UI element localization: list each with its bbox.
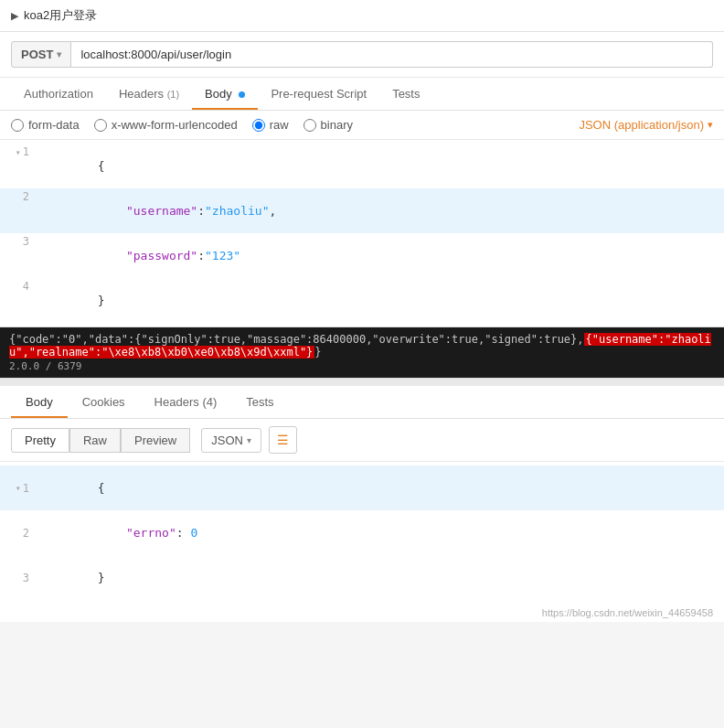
collapse-arrow-icon[interactable]: ▶ [11, 10, 18, 22]
line-number-2: 2 [0, 188, 37, 205]
line-content-1: { [37, 144, 724, 188]
title-bar: ▶ koa2用户登录 [0, 0, 724, 32]
terminal-output: {"code":"0","data":{"signOnly":true,"mas… [0, 327, 724, 378]
code-line-2: 2 "username":"zhaoliu", [0, 188, 724, 233]
watermark-text: https://blog.csdn.net/weixin_44659458 [0, 604, 724, 622]
json-type-label: JSON (application/json) [579, 118, 704, 132]
resp-tab-body[interactable]: Body [11, 386, 68, 418]
body-dot-indicator [239, 91, 245, 98]
request-panel: POST ▾ Authorization Headers (1) Body Pr… [0, 32, 724, 379]
line-number-4: 4 [0, 278, 37, 294]
preview-button[interactable]: Preview [121, 428, 190, 453]
resp-tab-tests[interactable]: Tests [231, 386, 288, 418]
page-title: koa2用户登录 [24, 7, 97, 24]
raw-button[interactable]: Raw [69, 428, 121, 453]
watermark-label: https://blog.csdn.net/weixin_44659458 [542, 607, 713, 618]
url-bar: POST ▾ [0, 32, 724, 78]
body-options-row: form-data x-www-form-urlencoded raw bina… [0, 111, 724, 140]
tab-tests[interactable]: Tests [379, 78, 432, 110]
resp-headers-badge: (4) [202, 395, 217, 409]
method-chevron-icon: ▾ [57, 49, 61, 59]
toggle-icon[interactable]: ▾ [16, 147, 21, 157]
response-tabs-row: Body Cookies Headers (4) Tests [0, 386, 724, 419]
panel-divider [0, 379, 724, 386]
resp-tab-cookies[interactable]: Cookies [68, 386, 140, 418]
tab-headers[interactable]: Headers (1) [106, 78, 192, 110]
resp-line-2: 2 "errno": 0 [0, 510, 724, 555]
json-format-label: JSON [211, 434, 243, 447]
response-body-editor: ▾ 1 { 2 "errno": 0 3 } [0, 462, 724, 604]
resp-line-content-3: } [37, 555, 724, 600]
resp-line-1: ▾ 1 { [0, 466, 724, 510]
code-line-1: ▾ 1 { [0, 144, 724, 188]
resp-tab-headers[interactable]: Headers (4) [140, 386, 232, 418]
tab-body[interactable]: Body [192, 78, 258, 110]
line-number-1: ▾ 1 [0, 144, 37, 160]
resp-line-content-1: { [37, 466, 724, 510]
formdata-option[interactable]: form-data [11, 118, 80, 132]
tab-authorization[interactable]: Authorization [11, 78, 106, 110]
json-type-select[interactable]: JSON (application/json) ▾ [579, 118, 713, 132]
urlencoded-option[interactable]: x-www-form-urlencoded [94, 118, 238, 132]
resp-toggle-icon[interactable]: ▾ [16, 483, 21, 493]
line-content-4: } [37, 278, 724, 323]
resp-line-number-2: 2 [0, 510, 37, 555]
code-line-3: 3 "password":"123" [0, 233, 724, 278]
tab-prerequest[interactable]: Pre-request Script [258, 78, 379, 110]
method-label: POST [21, 48, 53, 61]
request-tabs-row: Authorization Headers (1) Body Pre-reque… [0, 78, 724, 111]
wrap-icon-button[interactable]: ☰ [269, 426, 297, 454]
resp-line-content-2: "errno": 0 [37, 510, 724, 555]
method-button[interactable]: POST ▾ [11, 41, 71, 68]
resp-line-number-3: 3 [0, 555, 37, 600]
response-panel: Body Cookies Headers (4) Tests Pretty Ra… [0, 386, 724, 622]
json-type-arrow-icon: ▾ [708, 119, 713, 131]
resp-line-3: 3 } [0, 555, 724, 600]
line-number-3: 3 [0, 233, 37, 250]
request-body-editor[interactable]: ▾ 1 { 2 "username":"zhaoliu", 3 "passwor… [0, 140, 724, 327]
binary-option[interactable]: binary [303, 118, 353, 132]
json-format-arrow-icon: ▾ [247, 435, 251, 445]
line-content-3: "password":"123" [37, 233, 724, 278]
resp-line-number-1: ▾ 1 [0, 466, 37, 510]
url-input[interactable] [71, 41, 713, 68]
raw-option[interactable]: raw [252, 118, 289, 132]
json-format-select[interactable]: JSON ▾ [201, 428, 261, 453]
line-content-2: "username":"zhaoliu", [37, 188, 724, 233]
response-toolbar: Pretty Raw Preview JSON ▾ ☰ [0, 419, 724, 462]
wrap-icon: ☰ [277, 433, 289, 447]
pretty-button[interactable]: Pretty [11, 428, 69, 453]
headers-badge: (1) [167, 89, 179, 100]
terminal-main-text: {"code":"0","data":{"signOnly":true,"mas… [9, 333, 715, 359]
code-line-4: 4 } [0, 278, 724, 323]
terminal-version: 2.0.0 / 6379 [9, 360, 715, 372]
